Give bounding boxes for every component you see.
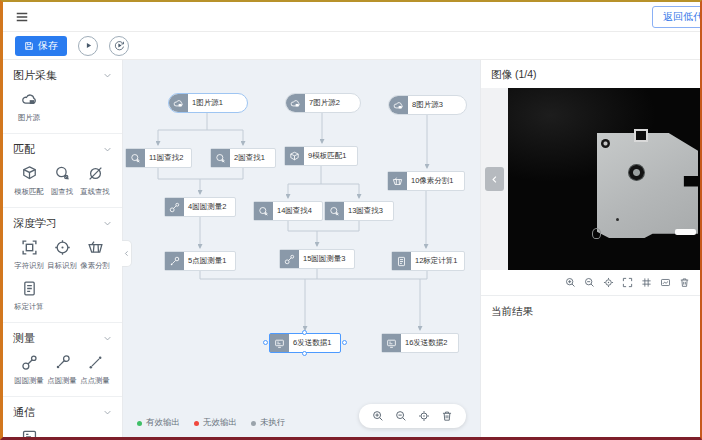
flow-node-circle-circle-measure-3[interactable]: 15圆圆测量3 xyxy=(279,249,355,269)
circle-circle-measure-icon xyxy=(165,198,184,216)
sidebar-item-target-detect[interactable]: 目标识别 xyxy=(46,239,79,271)
cloud-image-icon xyxy=(21,91,38,108)
run-once-button[interactable] xyxy=(78,36,98,56)
circle-circle-measure-icon xyxy=(21,354,38,371)
run-loop-button[interactable] xyxy=(109,36,129,56)
prev-image-button[interactable] xyxy=(485,167,504,191)
chevron-left-icon xyxy=(490,175,499,184)
section-title: 通信 xyxy=(13,405,35,420)
flow-node-image-source-3[interactable]: 8图片源3 xyxy=(388,95,467,115)
send-data-icon xyxy=(270,334,289,352)
flow-node-image-source-2[interactable]: 7图片源2 xyxy=(285,93,361,113)
sidebar-item-ocr[interactable]: 字符识别 xyxy=(13,239,46,271)
chevron-down-icon[interactable] xyxy=(103,334,112,343)
cloud-image-icon xyxy=(389,96,408,114)
point-circle-measure-icon xyxy=(165,252,184,270)
sidebar-item-send-data[interactable] xyxy=(13,428,46,437)
main-content: 图片采集 图片源 匹配 模板匹配 圆查找 xyxy=(3,60,700,437)
node-handle-top[interactable] xyxy=(302,330,307,335)
flow-canvas[interactable]: 1图片源1 7图片源2 8图片源3 11圆查找2 2圆查找1 9模板匹配1 xyxy=(123,60,480,437)
section-image-capture: 图片采集 图片源 xyxy=(3,60,122,134)
chevron-down-icon[interactable] xyxy=(103,145,112,154)
zoom-out-icon[interactable] xyxy=(395,410,407,422)
flow-node-circle-find-1[interactable]: 2圆查找1 xyxy=(210,148,276,168)
section-title: 匹配 xyxy=(13,142,35,157)
flow-node-segmentation-1[interactable]: 10像素分割1 xyxy=(387,171,465,191)
play-icon xyxy=(83,40,94,51)
trash-icon[interactable] xyxy=(679,277,690,288)
point-point-measure-icon xyxy=(87,354,104,371)
not-run-dot xyxy=(251,421,256,426)
menu-icon[interactable] xyxy=(15,10,29,24)
segment-icon xyxy=(87,239,104,256)
sidebar-item-template-match[interactable]: 模板匹配 xyxy=(13,165,46,197)
section-communication: 通信 xyxy=(3,397,122,437)
top-bar: 返回低代 xyxy=(3,2,700,32)
sidebar-item-image-source[interactable]: 图片源 xyxy=(13,91,46,123)
preview-panel: 图像 (1/4) xyxy=(480,60,700,437)
sidebar-collapse-handle[interactable] xyxy=(122,240,132,267)
node-handle-right[interactable] xyxy=(342,340,347,345)
chevron-down-icon[interactable] xyxy=(103,408,112,417)
section-match: 匹配 模板匹配 圆查找 直线查找 xyxy=(3,134,122,208)
node-handle-bottom[interactable] xyxy=(302,351,307,356)
fullscreen-icon[interactable] xyxy=(622,277,633,288)
grid-icon[interactable] xyxy=(641,277,652,288)
flow-node-image-source-1[interactable]: 1图片源1 xyxy=(168,93,248,113)
sidebar-item-segmentation[interactable]: 像素分割 xyxy=(79,239,112,271)
plate-bolt-graphic xyxy=(601,139,610,148)
section-measure: 测量 圆圆测量 点圆测量 点点测量 xyxy=(3,323,122,397)
circle-find-icon xyxy=(211,149,230,167)
image-viewer xyxy=(481,88,700,270)
zoom-in-icon[interactable] xyxy=(565,277,576,288)
circle-find-icon xyxy=(54,165,71,182)
invalid-output-dot xyxy=(194,421,199,426)
line-find-icon xyxy=(87,165,104,182)
node-handle-left[interactable] xyxy=(263,340,268,345)
trash-icon[interactable] xyxy=(441,410,453,422)
flow-node-send-data-2[interactable]: 16发送数据2 xyxy=(381,333,459,353)
flow-node-calibration-1[interactable]: 12标定计算1 xyxy=(391,251,465,271)
flow-node-circle-circle-measure-2[interactable]: 4圆圆测量2 xyxy=(164,197,236,217)
flow-node-circle-find-2[interactable]: 11圆查找2 xyxy=(125,148,192,168)
flow-node-point-circle-measure-1[interactable]: 5点圆测量1 xyxy=(164,251,236,271)
send-data-icon xyxy=(382,334,401,352)
inspection-image[interactable] xyxy=(508,88,700,270)
flow-node-template-match-1[interactable]: 9模板匹配1 xyxy=(284,146,358,166)
edit-toolbar: 保存 xyxy=(3,32,700,60)
chevron-down-icon[interactable] xyxy=(103,71,112,80)
plate-slot-graphic xyxy=(675,229,696,235)
tool-sidebar: 图片采集 图片源 匹配 模板匹配 圆查找 xyxy=(3,60,123,437)
calibration-icon xyxy=(21,280,38,297)
chevron-down-icon[interactable] xyxy=(103,219,112,228)
point-circle-measure-icon xyxy=(54,354,71,371)
chevron-left-icon xyxy=(123,250,130,257)
zoom-out-icon[interactable] xyxy=(584,277,595,288)
sidebar-item-line-find[interactable]: 直线查找 xyxy=(79,165,112,197)
preview-title: 图像 (1/4) xyxy=(481,60,700,88)
segment-icon xyxy=(388,172,407,190)
zoom-in-icon[interactable] xyxy=(372,410,384,422)
locate-icon[interactable] xyxy=(603,277,614,288)
cloud-image-icon xyxy=(169,94,188,112)
flow-node-circle-find-4[interactable]: 14圆查找4 xyxy=(253,201,323,221)
plate-hook-graphic xyxy=(592,228,601,239)
save-button[interactable]: 保存 xyxy=(15,36,67,56)
sidebar-item-point-point-measure[interactable]: 点点测量 xyxy=(79,354,112,386)
current-result-title: 当前结果 xyxy=(481,296,700,328)
save-image-icon[interactable] xyxy=(660,277,671,288)
back-to-lowcode-button[interactable]: 返回低代 xyxy=(652,6,702,28)
flow-node-send-data-1[interactable]: 6发送数据1 xyxy=(269,333,341,353)
sidebar-item-circle-circle-measure[interactable]: 圆圆测量 xyxy=(13,354,46,386)
sidebar-item-point-circle-measure[interactable]: 点圆测量 xyxy=(46,354,79,386)
locate-icon[interactable] xyxy=(418,410,430,422)
sidebar-item-calibration[interactable]: 标定计算 xyxy=(13,280,46,312)
carousel-strip xyxy=(481,88,508,270)
flow-node-circle-find-3[interactable]: 13圆查找3 xyxy=(324,201,394,221)
cube-icon xyxy=(285,147,304,165)
cloud-image-icon xyxy=(286,94,305,112)
save-label: 保存 xyxy=(38,39,58,53)
item-label: 图片源 xyxy=(18,112,40,122)
app-window: 返回低代 保存 图片采集 图片源 匹配 xyxy=(0,0,702,440)
sidebar-item-circle-find[interactable]: 圆查找 xyxy=(46,165,79,197)
